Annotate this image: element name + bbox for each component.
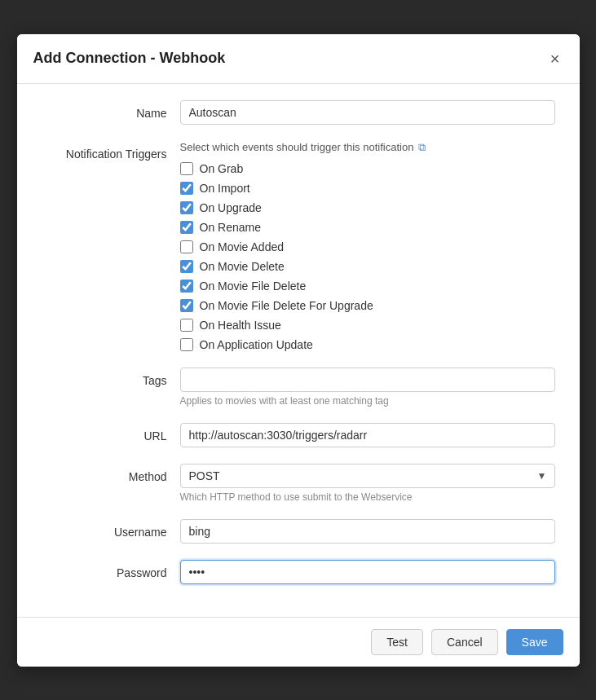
modal-header: Add Connection - Webhook × [17, 34, 580, 84]
tags-row: Tags Applies to movies with at least one… [42, 368, 555, 407]
checkbox-on-grab-input[interactable] [180, 162, 193, 175]
checkbox-on-movie-delete-input[interactable] [180, 260, 193, 273]
checkbox-on-rename-input[interactable] [180, 221, 193, 234]
tags-control-wrap: Applies to movies with at least one matc… [180, 368, 555, 407]
method-control-wrap: POST PUT GET ▼ Which HTTP method to use … [180, 464, 555, 503]
modal-dialog: Add Connection - Webhook × Name Notifica… [17, 34, 580, 667]
password-control-wrap [180, 560, 555, 584]
method-helper: Which HTTP method to use submit to the W… [180, 491, 555, 503]
modal-body: Name Notification Triggers Select which … [17, 84, 580, 617]
url-row: URL [42, 423, 555, 447]
checkbox-on-upgrade[interactable]: On Upgrade [180, 201, 555, 214]
password-input[interactable] [180, 560, 555, 584]
checkbox-on-rename[interactable]: On Rename [180, 221, 555, 234]
checkbox-on-movie-file-delete-input[interactable] [180, 280, 193, 293]
cancel-button[interactable]: Cancel [431, 629, 498, 655]
username-control-wrap [180, 519, 555, 544]
checkbox-on-movie-delete[interactable]: On Movie Delete [180, 260, 555, 273]
checkbox-on-health-issue[interactable]: On Health Issue [180, 319, 555, 332]
checkbox-on-movie-file-delete[interactable]: On Movie File Delete [180, 280, 555, 293]
checkbox-on-upgrade-input[interactable] [180, 201, 193, 214]
checkbox-on-import-input[interactable] [180, 182, 193, 195]
checkbox-on-movie-added[interactable]: On Movie Added [180, 240, 555, 253]
name-control-wrap [180, 100, 555, 125]
name-label: Name [42, 100, 180, 120]
url-control-wrap [180, 423, 555, 447]
checkbox-on-movie-added-input[interactable] [180, 240, 193, 253]
password-row: Password [42, 560, 555, 584]
method-select-wrap: POST PUT GET ▼ [180, 464, 555, 488]
password-label: Password [42, 560, 180, 579]
checkbox-on-health-issue-input[interactable] [180, 319, 193, 332]
method-select[interactable]: POST PUT GET [180, 464, 555, 488]
modal-footer: Test Cancel Save [17, 617, 580, 667]
name-row: Name [42, 100, 555, 125]
external-link-icon[interactable]: ⧉ [418, 141, 426, 154]
username-label: Username [42, 519, 180, 539]
tags-helper: Applies to movies with at least one matc… [180, 395, 555, 407]
method-label: Method [42, 464, 180, 483]
checkbox-on-application-update-input[interactable] [180, 338, 193, 351]
username-row: Username [42, 519, 555, 544]
modal-overlay: Add Connection - Webhook × Name Notifica… [0, 0, 596, 700]
test-button[interactable]: Test [371, 629, 423, 655]
username-input[interactable] [180, 519, 555, 544]
checkbox-on-movie-file-delete-upgrade-input[interactable] [180, 299, 193, 312]
notification-triggers-wrap: Select which events should trigger this … [180, 141, 555, 351]
url-input[interactable] [180, 423, 555, 447]
url-label: URL [42, 423, 180, 442]
notification-desc: Select which events should trigger this … [180, 141, 555, 154]
checkbox-on-application-update[interactable]: On Application Update [180, 338, 555, 351]
notification-triggers-row: Notification Triggers Select which event… [42, 141, 555, 351]
checkbox-list: On Grab On Import On Upgrade On Ren [180, 162, 555, 351]
tags-label: Tags [42, 368, 180, 387]
checkbox-on-import[interactable]: On Import [180, 182, 555, 195]
name-input[interactable] [180, 100, 555, 125]
method-row: Method POST PUT GET ▼ Which HTTP method … [42, 464, 555, 503]
modal-title: Add Connection - Webhook [33, 50, 226, 67]
notification-triggers-label: Notification Triggers [42, 141, 180, 161]
checkbox-on-movie-file-delete-upgrade[interactable]: On Movie File Delete For Upgrade [180, 299, 555, 312]
save-button[interactable]: Save [506, 629, 563, 655]
close-button[interactable]: × [547, 47, 563, 70]
tags-input[interactable] [180, 368, 555, 392]
checkbox-on-grab[interactable]: On Grab [180, 162, 555, 175]
